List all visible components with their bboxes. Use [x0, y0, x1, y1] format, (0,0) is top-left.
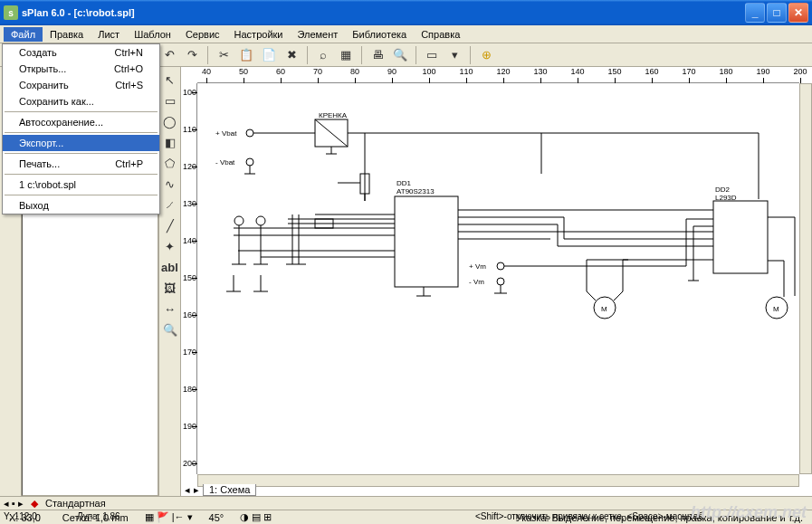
vertical-ruler: 100110120130140150160170180190200210	[181, 83, 197, 474]
svg-rect-54	[713, 201, 768, 273]
svg-point-51	[497, 278, 504, 285]
vertical-scrollbar[interactable]	[799, 83, 812, 474]
menu-Сервис[interactable]: Сервис	[178, 27, 227, 42]
drawing-canvas[interactable]: 4050607080901001101201301401501601701801…	[181, 67, 812, 496]
menu-Лист[interactable]: Лист	[91, 27, 127, 42]
zoom-fit-icon[interactable]: ⌕	[313, 45, 333, 65]
svg-point-49	[497, 262, 504, 270]
menu-Справка[interactable]: Справка	[414, 27, 467, 42]
svg-line-62	[614, 291, 623, 300]
poly-icon[interactable]: ⬠	[161, 154, 179, 172]
sheet-tab-1[interactable]: 1: Схема	[203, 484, 256, 496]
status-angle: 45°	[204, 512, 230, 523]
label-dd1-part: AT90S2313	[396, 187, 435, 195]
statusbar: ◂ ▪ ▸◆ Стандартная X: 33,0 Сетка: 1,0 mm…	[0, 496, 812, 524]
svg-line-61	[587, 291, 596, 300]
close-button[interactable]: ✕	[788, 3, 808, 23]
node-icon[interactable]: ✦	[161, 237, 179, 255]
label-vm-plus: + Vm	[469, 262, 486, 271]
horizontal-scrollbar[interactable]	[197, 474, 799, 487]
pointer-icon[interactable]: ↖	[161, 71, 179, 89]
menuitem-Печать...[interactable]: Печать...Ctrl+P	[3, 156, 159, 172]
menuitem-Автосохранение...[interactable]: Автосохранение...	[3, 114, 159, 130]
minimize-button[interactable]: _	[745, 3, 765, 23]
svg-rect-13	[395, 196, 458, 287]
titlebar: s sPlan 6.0 - [c:\robot.spl] _ □ ✕	[0, 0, 812, 25]
menuitem-Открыть...[interactable]: Открыть...Ctrl+O	[3, 61, 159, 77]
file-menu: СоздатьCtrl+NОткрыть...Ctrl+OСохранитьCt…	[2, 43, 160, 214]
maximize-button[interactable]: □	[767, 3, 787, 23]
label-dd2: DD2	[715, 186, 731, 194]
label-vm-minus: - Vm	[469, 278, 484, 286]
app-icon: s	[4, 5, 18, 20]
print-icon[interactable]: 🖶	[368, 45, 387, 65]
menu-Настройки[interactable]: Настройки	[227, 27, 291, 42]
find-icon[interactable]: 🔍	[390, 45, 410, 65]
canvas-area: ↖ ▭ ◯ ◧ ⬠ ∿ ⟋ ╱ ✦ abl 🖼 ↔ 🔍 405060708090…	[159, 67, 812, 496]
bezier-icon[interactable]: ⟋	[161, 195, 179, 214]
grid-icon[interactable]: ▦	[336, 45, 356, 65]
svg-point-2	[246, 158, 253, 166]
sheet-tabs: ◂▸ 1: Схема	[181, 483, 256, 496]
svg-point-0	[246, 129, 253, 137]
window-title: sPlan 6.0 - [c:\robot.spl]	[22, 7, 135, 18]
menu-Шаблон[interactable]: Шаблон	[127, 27, 178, 42]
schematic-svg: + Vbat - Vbat КРЕНКА DD1 AT90S2313	[197, 83, 799, 474]
label-vbat-minus: - Vbat	[215, 158, 235, 167]
undo-icon[interactable]: ↶	[159, 45, 179, 65]
redo-icon[interactable]: ↷	[182, 45, 202, 65]
menuitem-Экспорт...[interactable]: Экспорт...	[3, 135, 159, 151]
menu-Правка[interactable]: Правка	[43, 27, 91, 42]
label-dd1: DD1	[396, 179, 412, 187]
drawing-tool-strip: ↖ ▭ ◯ ◧ ⬠ ∿ ⟋ ╱ ✦ abl 🖼 ↔ 🔍	[159, 67, 181, 496]
status-hint2: <Shift>-отключить привязку к сетке, <Spa…	[475, 511, 703, 521]
zoom-icon[interactable]: 🔍	[161, 320, 179, 338]
menu-Элемент[interactable]: Элемент	[290, 27, 345, 42]
dimension-icon[interactable]: ↔	[161, 300, 179, 318]
lib-tab[interactable]: Стандартная	[45, 498, 106, 509]
horizontal-ruler: 4050607080901001101201301401501601701801…	[197, 67, 799, 83]
line-icon[interactable]: ╱	[161, 216, 179, 234]
curve-icon[interactable]: ∿	[161, 175, 179, 193]
label-krena: КРЕНКА	[319, 111, 348, 119]
svg-point-22	[234, 216, 244, 225]
menubar: ФайлПравкаЛистШаблонСервисНастройкиЭлеме…	[0, 25, 812, 43]
rect-icon[interactable]: ▭	[161, 91, 179, 110]
status-lupa: Лупа: 1,86	[77, 511, 120, 521]
menuitem-Сохранить[interactable]: СохранитьCtrl+S	[3, 77, 159, 93]
text-icon[interactable]: abl	[161, 258, 179, 276]
label-motor1: M	[601, 305, 607, 313]
delete-icon[interactable]: ✖	[282, 45, 301, 65]
help-icon[interactable]: ⊕	[476, 45, 496, 65]
menu-Файл[interactable]: Файл	[4, 27, 43, 42]
menuitem-Создать[interactable]: СоздатьCtrl+N	[3, 44, 159, 61]
dropdown-icon[interactable]: ▾	[444, 45, 464, 65]
image-icon[interactable]: 🖼	[161, 279, 179, 297]
menuitem-1 c:\robot.spl[interactable]: 1 c:\robot.spl	[3, 176, 159, 193]
status-y: Y: 112,0	[4, 511, 37, 521]
fill-icon[interactable]: ◧	[161, 133, 179, 151]
cut-icon[interactable]: ✂	[214, 45, 234, 65]
svg-point-24	[256, 216, 265, 225]
paper[interactable]: + Vbat - Vbat КРЕНКА DD1 AT90S2313	[197, 83, 799, 474]
circle-icon[interactable]: ◯	[161, 112, 179, 130]
copy2-icon[interactable]: 📋	[236, 45, 256, 65]
layers-icon[interactable]: ▭	[422, 45, 442, 65]
menu-Библиотека[interactable]: Библиотека	[345, 27, 414, 42]
paste-icon[interactable]: 📄	[259, 45, 279, 65]
menuitem-Выход[interactable]: Выход	[3, 197, 159, 214]
label-motor2: M	[773, 305, 779, 313]
svg-line-6	[315, 119, 348, 147]
menuitem-Сохранить как...[interactable]: Сохранить как...	[3, 93, 159, 110]
label-vbat-plus: + Vbat	[215, 129, 237, 138]
